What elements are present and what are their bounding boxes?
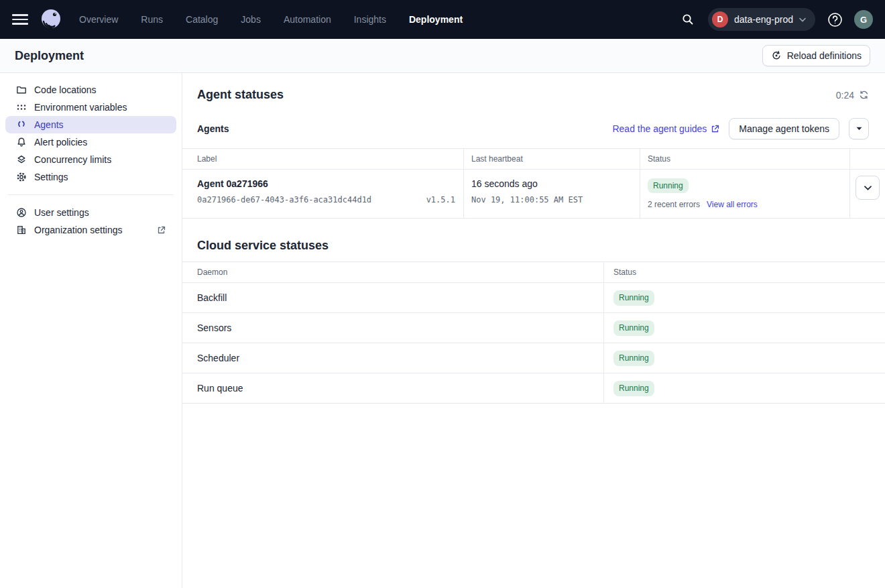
caret-down-icon [856,127,862,131]
agent-statuses-title: Agent statuses [197,88,284,102]
daemon-status-cell: Running [604,343,885,373]
reload-definitions-icon [771,50,782,61]
chevron-down-icon [864,186,872,190]
agent-name: Agent 0a271966 [197,178,455,189]
manage-agent-tokens-label: Manage agent tokens [739,123,829,134]
sidebar-item-code-locations[interactable]: Code locations [5,81,176,99]
main-content: Agent statuses 0:24 Agents Read the agen… [182,73,885,588]
sidebar-item-concurrency-limits[interactable]: Concurrency limits [5,151,176,168]
external-link-icon [157,226,166,235]
nav-insights[interactable]: Insights [354,14,386,25]
help-icon[interactable] [825,9,845,30]
agent-icon [16,119,27,130]
sidebar-item-label: Environment variables [34,102,127,113]
daemon-status-cell: Running [604,373,885,404]
nav-catalog[interactable]: Catalog [186,14,218,25]
status-badge: Running [613,351,654,365]
reload-definitions-label: Reload definitions [787,50,862,61]
status-badge: Running [613,381,654,396]
agent-id: 0a271966-de67-4043-a3f6-aca31dc44d1d [197,195,371,204]
topnav-right: D data-eng-prod G [677,8,873,31]
status-badge: Running [648,178,689,193]
nav-overview[interactable]: Overview [79,14,118,25]
agent-label-cell: Agent 0a271966 0a271966-de67-4043-a3f6-a… [182,170,464,219]
heartbeat-relative: 16 seconds ago [471,178,632,189]
deployment-sidebar: Code locations Environment variables Age… [0,73,182,588]
main-nav: Overview Runs Catalog Jobs Automation In… [79,14,463,25]
column-header-last-heartbeat: Last heartbeat [464,149,640,170]
reload-definitions-button[interactable]: Reload definitions [762,45,870,66]
column-header-status: Status [640,149,850,170]
sidebar-item-alert-policies[interactable]: Alert policies [5,133,176,151]
user-icon [16,207,27,218]
agent-guides-link[interactable]: Read the agent guides [612,123,719,134]
status-badge: Running [613,320,654,335]
sidebar-divider [8,194,174,195]
agent-actions-dropdown-button[interactable] [849,118,869,139]
sidebar-item-environment-variables[interactable]: Environment variables [5,99,176,116]
agents-section-label: Agents [197,123,229,134]
heartbeat-timestamp: Nov 19, 11:00:55 AM EST [471,195,632,204]
nav-runs[interactable]: Runs [141,14,163,25]
page-header: Deployment Reload definitions [0,39,885,73]
daemon-name: Sensors [182,313,604,343]
sidebar-item-label: Organization settings [34,225,123,235]
column-header-daemon: Daemon [182,262,604,283]
agent-row-actions-cell [850,170,885,219]
cloud-services-table: Daemon Status Backfill Running Sensors R… [182,261,885,404]
sidebar-item-label: Agents [34,119,64,130]
cloud-service-statuses-title: Cloud service statuses [197,239,329,252]
gear-icon [16,172,27,182]
manage-agent-tokens-button[interactable]: Manage agent tokens [729,118,839,139]
column-header-status: Status [604,262,885,283]
nav-deployment[interactable]: Deployment [409,14,463,25]
sidebar-item-label: Alert policies [34,137,87,148]
view-all-errors-link[interactable]: View all errors [707,200,758,209]
hamburger-menu-icon[interactable] [12,11,28,27]
agent-version: v1.5.1 [426,195,455,204]
sidebar-item-label: Code locations [34,84,97,95]
agent-guides-link-label: Read the agent guides [612,123,707,134]
column-header-label: Label [182,149,464,170]
recent-errors-text: 2 recent errors [648,200,700,209]
status-badge: Running [613,290,654,305]
building-icon [16,225,27,235]
daemon-status-cell: Running [604,313,885,343]
page-title: Deployment [15,49,84,63]
nav-jobs[interactable]: Jobs [241,14,261,25]
sidebar-item-agents[interactable]: Agents [5,116,176,133]
daemon-name: Backfill [182,283,604,313]
agent-expand-button[interactable] [856,176,880,200]
deployment-switcher[interactable]: D data-eng-prod [708,8,815,31]
folder-icon [16,84,27,95]
daemon-name: Run queue [182,373,604,404]
env-vars-icon [16,102,27,113]
top-nav: Overview Runs Catalog Jobs Automation In… [0,0,885,39]
user-avatar[interactable]: G [854,10,873,29]
external-link-icon [711,125,719,133]
agents-table: Label Last heartbeat Status Agent 0a2719… [182,148,885,219]
chevron-down-icon [799,17,806,22]
refresh-countdown: 0:24 [836,90,869,101]
column-header-actions [850,149,885,170]
search-icon[interactable] [677,9,699,30]
countdown-value: 0:24 [836,90,854,101]
nav-automation[interactable]: Automation [284,14,331,25]
deployment-initial-badge: D [712,11,728,27]
layers-icon [16,154,27,165]
sidebar-item-label: User settings [34,207,89,218]
sidebar-item-organization-settings[interactable]: Organization settings [5,221,176,239]
sidebar-item-user-settings[interactable]: User settings [5,204,176,221]
daemon-status-cell: Running [604,283,885,313]
agent-status-cell: Running 2 recent errors View all errors [640,170,850,219]
sidebar-item-label: Concurrency limits [34,154,111,165]
sidebar-item-settings[interactable]: Settings [5,168,176,186]
bell-icon [16,137,27,148]
refresh-icon[interactable] [859,90,869,100]
dagster-logo-icon[interactable] [38,6,64,33]
deployment-switcher-label: data-eng-prod [734,14,793,25]
agent-heartbeat-cell: 16 seconds ago Nov 19, 11:00:55 AM EST [464,170,640,219]
daemon-name: Scheduler [182,343,604,373]
sidebar-item-label: Settings [34,172,68,182]
